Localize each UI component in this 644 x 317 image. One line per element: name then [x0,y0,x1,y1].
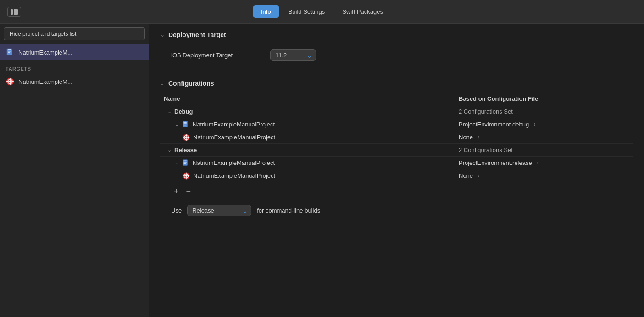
col-config-header: Based on Configuration File [459,95,633,102]
deployment-chevron-icon[interactable]: ⌄ [160,32,165,38]
debug-target-stepper-icon[interactable]: ↕ [477,135,480,139]
debug-target-icon [182,133,190,142]
debug-project-name: NatriumExampleManualProject [193,121,275,128]
svg-rect-1 [8,49,11,50]
release-project-file-icon [182,159,190,167]
configurations-header: ⌄ Configurations [160,80,633,87]
ios-deployment-label: iOS Deployment Target [171,52,263,59]
debug-chevron-icon[interactable]: ⌄ [167,109,172,115]
panel-icon [11,9,18,15]
debug-config-count: 2 Configurations Set [459,108,513,115]
hide-project-targets-button[interactable]: Hide project and targets list [4,27,145,40]
tab-info[interactable]: Info [253,5,279,18]
remove-configuration-button[interactable]: − [183,186,194,197]
release-config-cell: 2 Configurations Set [459,147,633,153]
panel-icon-main [14,9,18,15]
sidebar: Hide project and targets list NatriumExa… [0,24,149,317]
deployment-target-header: ⌄ Deployment Target [160,31,633,38]
target-app-icon [6,77,15,86]
use-config-select[interactable]: Release Debug [187,205,251,216]
debug-project-file-icon [182,120,190,129]
table-row[interactable]: ⌄ Release 2 Configurations Set [160,144,633,157]
table-row[interactable]: NatriumExampleManualProject None ↕ [160,169,633,182]
release-project-name: NatriumExampleManualProject [193,159,275,166]
target-item[interactable]: NatriumExampleM... [0,74,149,89]
debug-config-cell: 2 Configurations Set [459,108,633,115]
svg-rect-11 [184,122,187,122]
targets-header: TARGETS [0,60,149,74]
release-project-config-cell: ProjectEnvironment.release ↕ [459,159,633,166]
debug-target-name-cell: NatriumExampleManualProject [160,131,459,143]
release-target-config-cell: None ↕ [459,172,633,179]
add-remove-controls: + − [160,182,633,201]
release-group-name-cell: ⌄ Release [160,145,459,155]
release-config-count: 2 Configurations Set [459,147,513,153]
svg-rect-13 [184,125,186,125]
release-target-name: NatriumExampleManualProject [193,172,275,179]
tab-build-settings[interactable]: Build Settings [280,5,333,18]
svg-rect-12 [184,123,187,124]
svg-rect-23 [184,163,186,164]
toolbar: Info Build Settings Swift Packages [0,0,644,24]
target-name: NatriumExampleM... [18,78,72,85]
release-project-name-cell: ⌄ NatriumExampleManualProject [160,157,459,169]
tab-swift-packages[interactable]: Swift Packages [334,5,391,18]
use-select-wrapper: Release Debug ⌄ [187,205,251,216]
for-command-line-label: for command-line builds [257,207,320,214]
debug-project-config-cell: ProjectEnvironment.debug ↕ [459,121,633,128]
toolbar-left [7,7,21,17]
table-header-row: Name Based on Configuration File [160,93,633,105]
debug-group-label: Debug [174,108,193,115]
project-file-icon [6,48,15,57]
panel-icon-bar [11,9,13,15]
svg-rect-21 [184,160,187,161]
configurations-section: ⌄ Configurations Name Based on Configura… [149,72,644,227]
release-target-stepper-icon[interactable]: ↕ [477,174,480,178]
release-chevron-icon[interactable]: ⌄ [167,147,172,153]
debug-target-config-value: None [459,134,473,141]
project-name: NatriumExampleM... [18,49,72,56]
configurations-table: Name Based on Configuration File ⌄ Debug… [160,93,633,182]
svg-rect-22 [184,162,187,162]
add-configuration-button[interactable]: + [171,186,182,197]
ios-deployment-select[interactable]: 11.2 12.0 13.0 14.0 15.0 [270,49,316,61]
svg-rect-2 [8,51,11,52]
release-target-name-cell: NatriumExampleManualProject [160,170,459,182]
debug-project-config-value: ProjectEnvironment.debug [459,121,529,128]
tab-group: Info Build Settings Swift Packages [253,5,391,18]
svg-rect-3 [8,52,10,53]
use-label: Use [171,207,182,214]
main-area: Hide project and targets list NatriumExa… [0,24,644,317]
deployment-target-section: ⌄ Deployment Target iOS Deployment Targe… [149,24,644,72]
release-target-config-value: None [459,172,473,179]
ios-deployment-row: iOS Deployment Target 11.2 12.0 13.0 14.… [160,46,633,65]
project-item[interactable]: NatriumExampleM... [0,44,149,60]
configurations-title: Configurations [168,80,214,87]
debug-project-name-cell: ⌄ NatriumExampleManualProject [160,119,459,131]
debug-project-chevron-icon[interactable]: ⌄ [175,121,179,127]
sidebar-toggle-button[interactable] [7,7,21,17]
ios-deployment-select-wrapper: 11.2 12.0 13.0 14.0 15.0 ⌄ [270,49,316,61]
debug-target-config-cell: None ↕ [459,134,633,141]
table-row[interactable]: ⌄ NatriumExampleManualProject ProjectEnv… [160,157,633,169]
content-area: ⌄ Deployment Target iOS Deployment Targe… [149,24,644,317]
release-project-chevron-icon[interactable]: ⌄ [175,160,179,166]
deployment-target-title: Deployment Target [168,31,226,38]
table-row[interactable]: ⌄ NatriumExampleManualProject ProjectEnv… [160,118,633,131]
configurations-chevron-icon[interactable]: ⌄ [160,80,165,87]
col-name-header: Name [160,95,459,102]
use-row: Use Release Debug ⌄ for command-line bui… [160,201,633,224]
table-row[interactable]: NatriumExampleManualProject None ↕ [160,131,633,144]
debug-group-name-cell: ⌄ Debug [160,106,459,117]
debug-project-stepper-icon[interactable]: ↕ [533,122,536,126]
table-row[interactable]: ⌄ Debug 2 Configurations Set [160,105,633,118]
release-target-icon [182,172,190,180]
release-project-config-value: ProjectEnvironment.release [459,159,532,166]
debug-target-name: NatriumExampleManualProject [193,134,275,141]
release-project-stepper-icon[interactable]: ↕ [537,161,539,165]
release-group-label: Release [174,147,197,153]
